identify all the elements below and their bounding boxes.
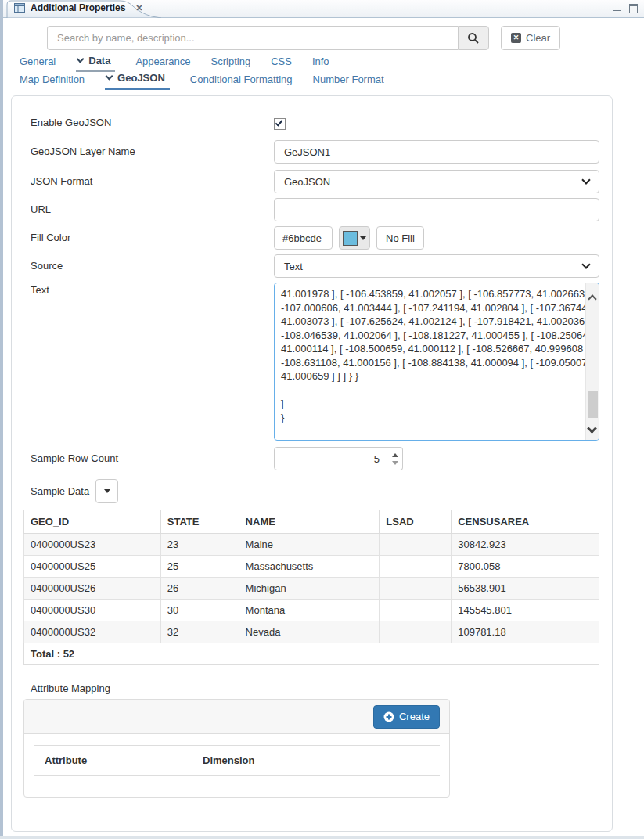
source-label: Source bbox=[31, 254, 274, 278]
chevron-down-icon bbox=[581, 260, 590, 268]
col-name: NAME bbox=[239, 510, 380, 534]
tab-geojson-label: GeoJSON bbox=[117, 72, 165, 84]
json-format-value: GeoJSON bbox=[284, 176, 330, 188]
cell-geo-id: 0400000US30 bbox=[24, 600, 161, 621]
cell-censusarea: 7800.058 bbox=[452, 556, 599, 578]
fill-color-label: Fill Color bbox=[31, 226, 274, 250]
tab-geojson[interactable]: GeoJSON bbox=[105, 72, 170, 90]
geojson-settings-panel: Enable GeoJSON GeoJSON Layer Name JSON F… bbox=[11, 95, 613, 832]
cell-geo-id: 0400000US23 bbox=[24, 534, 161, 556]
enable-geojson-checkbox[interactable] bbox=[274, 118, 286, 130]
text-label: Text bbox=[31, 283, 274, 441]
sample-data-dropdown-button[interactable] bbox=[95, 479, 118, 503]
col-attribute: Attribute bbox=[45, 754, 203, 766]
attribute-mapping-panel: Create Attribute Dimension bbox=[23, 699, 450, 798]
layer-name-label: GeoJSON Layer Name bbox=[31, 140, 274, 164]
sample-data-label: Sample Data bbox=[31, 485, 89, 497]
cell-censusarea: 145545.801 bbox=[452, 600, 599, 621]
total-label: Total : 52 bbox=[24, 643, 599, 665]
tab-map-definition[interactable]: Map Definition bbox=[20, 72, 85, 90]
window-left-edge bbox=[0, 0, 3, 839]
cell-censusarea: 56538.901 bbox=[452, 578, 599, 600]
cell-censusarea: 30842.923 bbox=[452, 534, 599, 556]
spinner-up-icon[interactable] bbox=[392, 453, 398, 457]
cell-state: 25 bbox=[160, 556, 239, 578]
tab-scripting[interactable]: Scripting bbox=[211, 55, 251, 72]
tab-css[interactable]: CSS bbox=[271, 55, 292, 72]
col-censusarea: CENSUSAREA bbox=[452, 510, 599, 534]
dropdown-arrow-icon bbox=[360, 236, 366, 240]
color-swatch bbox=[343, 231, 358, 246]
color-picker-button[interactable] bbox=[339, 226, 370, 250]
scrollbar-thumb[interactable] bbox=[588, 391, 598, 418]
col-geo-id: GEO_ID bbox=[24, 510, 161, 534]
close-icon[interactable]: ✕ bbox=[135, 3, 142, 13]
cell-censusarea: 109781.18 bbox=[452, 621, 599, 643]
scroll-up-icon[interactable] bbox=[588, 294, 596, 303]
tab-general[interactable]: General bbox=[20, 55, 56, 72]
cell-state: 23 bbox=[160, 534, 239, 556]
view-titlebar: Additional Properties ✕ bbox=[3, 0, 644, 18]
create-label: Create bbox=[399, 711, 430, 722]
view-tab[interactable]: Additional Properties ✕ bbox=[14, 2, 143, 13]
cell-name: Maine bbox=[239, 534, 380, 556]
no-fill-button[interactable]: No Fill bbox=[376, 226, 424, 250]
fill-color-input[interactable] bbox=[274, 226, 333, 250]
table-row: 0400000US30 30 Montana 145545.801 bbox=[24, 600, 599, 621]
tab-data[interactable]: Data bbox=[76, 55, 115, 72]
primary-tabs: General Data Appearance Scripting CSS In… bbox=[20, 55, 329, 72]
row-count-spinner[interactable] bbox=[387, 447, 403, 470]
chevron-down-icon bbox=[581, 175, 590, 184]
scroll-down-icon[interactable] bbox=[587, 423, 597, 434]
url-input[interactable] bbox=[274, 198, 599, 221]
minimize-icon[interactable] bbox=[613, 10, 621, 13]
cell-lsad bbox=[380, 578, 452, 600]
enable-geojson-label: Enable GeoJSON bbox=[31, 115, 274, 131]
cell-lsad bbox=[380, 621, 452, 643]
source-select[interactable]: Text bbox=[274, 254, 599, 278]
tab-info[interactable]: Info bbox=[312, 55, 329, 72]
maximize-icon[interactable] bbox=[629, 4, 638, 13]
cell-state: 32 bbox=[160, 621, 239, 643]
table-header-row: GEO_ID STATE NAME LSAD CENSUSAREA bbox=[24, 510, 599, 534]
cell-lsad bbox=[380, 600, 452, 621]
tab-data-label: Data bbox=[88, 55, 110, 67]
sample-row-count-input[interactable] bbox=[274, 447, 387, 470]
sample-row-count-label: Sample Row Count bbox=[31, 447, 274, 470]
col-lsad: LSAD bbox=[380, 510, 452, 534]
clear-x-icon: ✕ bbox=[511, 33, 521, 43]
clear-label: Clear bbox=[526, 32, 550, 44]
cell-name: Massachusetts bbox=[239, 556, 380, 578]
search-bar: ✕ Clear bbox=[47, 26, 560, 50]
attribute-mapping-toolbar: Create bbox=[24, 700, 449, 734]
textarea-scrollbar[interactable] bbox=[585, 283, 599, 440]
geojson-text-area[interactable]: 41.001978 ], [ -106.453859, 41.002057 ],… bbox=[274, 283, 599, 441]
view-title: Additional Properties bbox=[31, 2, 125, 13]
search-button[interactable] bbox=[458, 26, 489, 50]
secondary-tabs: Map Definition GeoJSON Conditional Forma… bbox=[20, 72, 384, 90]
cell-geo-id: 0400000US32 bbox=[24, 621, 161, 643]
tab-appearance[interactable]: Appearance bbox=[135, 55, 190, 72]
tab-number-format[interactable]: Number Format bbox=[313, 72, 384, 90]
attribute-mapping-table: Attribute Dimension bbox=[34, 745, 440, 776]
cell-geo-id: 0400000US25 bbox=[24, 556, 161, 578]
spinner-down-icon[interactable] bbox=[392, 461, 398, 465]
cell-geo-id: 0400000US26 bbox=[24, 578, 161, 600]
search-input[interactable] bbox=[47, 26, 458, 50]
layer-name-input[interactable] bbox=[274, 140, 599, 164]
url-label: URL bbox=[31, 198, 274, 221]
window-bottom-edge bbox=[0, 836, 644, 839]
create-button[interactable]: Create bbox=[373, 705, 440, 729]
table-row: 0400000US26 26 Michigan 56538.901 bbox=[24, 578, 599, 600]
check-icon bbox=[275, 118, 283, 126]
cell-state: 30 bbox=[160, 600, 239, 621]
source-value: Text bbox=[284, 261, 303, 272]
search-icon bbox=[467, 32, 480, 45]
clear-button[interactable]: ✕ Clear bbox=[501, 26, 560, 50]
cell-name: Michigan bbox=[239, 578, 380, 600]
tab-conditional-formatting[interactable]: Conditional Formatting bbox=[190, 72, 293, 90]
chevron-down-icon bbox=[106, 73, 113, 81]
json-format-select[interactable]: GeoJSON bbox=[274, 170, 599, 193]
table-row: 0400000US23 23 Maine 30842.923 bbox=[24, 534, 599, 556]
cell-state: 26 bbox=[160, 578, 239, 600]
